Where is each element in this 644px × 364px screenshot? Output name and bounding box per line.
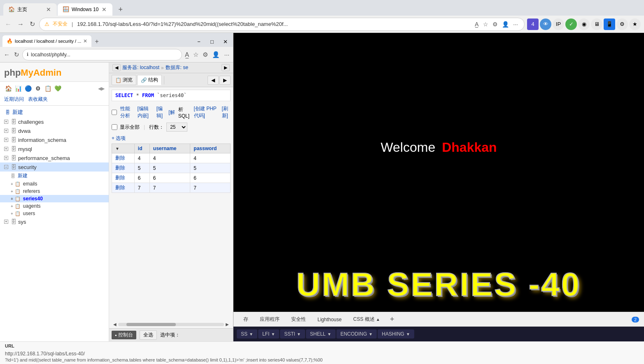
bc-prev-button[interactable]: ◀ (112, 64, 121, 71)
delete-link-3[interactable]: 删除 (112, 183, 135, 193)
recent-label[interactable]: 近期访问 (4, 96, 24, 103)
scroll-thumb[interactable] (126, 323, 176, 326)
inner-settings-button[interactable]: ⚙ (201, 50, 209, 60)
ext-ip-icon[interactable]: IP (553, 19, 564, 30)
mysql-expand-icon[interactable]: + (4, 147, 8, 151)
info-schema-expand-icon[interactable]: + (4, 138, 8, 142)
user-button[interactable]: 👤 (501, 20, 510, 29)
plus-options-link[interactable]: + 选项 (112, 135, 126, 141)
hack-hashing-button[interactable]: HASHING ▼ (378, 329, 414, 338)
create-php-link[interactable]: [创建 PHP 代码] (194, 105, 219, 119)
table-new[interactable]: 🗄 新建 (0, 172, 109, 180)
show-all-checkbox[interactable] (112, 124, 117, 130)
bc-server-link[interactable]: 服务器: localhost (122, 64, 159, 71)
settings-button[interactable]: ⚙ (491, 20, 499, 29)
ext-monitor-icon[interactable]: 🖥 (591, 19, 602, 30)
scroll-right-arrow[interactable]: ▶ (224, 322, 231, 327)
db-new-item[interactable]: 🗄 新建 (0, 107, 109, 117)
db-dvwa[interactable]: + 🗄 dvwa (0, 126, 109, 135)
address-bar[interactable]: ⚠ 不安全 | 192.168.1.70/sql-labs/Less-40/?i… (39, 18, 525, 31)
pma-info-icon[interactable]: 🔵 (24, 84, 32, 93)
forward-button[interactable]: → (16, 19, 26, 30)
inner-user-button[interactable]: 👤 (211, 50, 221, 60)
inner-refresh-button[interactable]: ↻ (13, 50, 21, 60)
db-security[interactable]: − 🗄 security (0, 162, 109, 172)
edit-inline-link[interactable]: [编辑内嵌] (138, 105, 153, 119)
devtools-add-tab[interactable]: + (387, 315, 398, 324)
refresh-button[interactable]: ↻ (28, 19, 37, 30)
hack-ss-button[interactable]: SS ▼ (237, 329, 257, 338)
delete-link-2[interactable]: 删除 (112, 173, 135, 183)
devtools-tab-css[interactable]: CSS 概述 ▲ (348, 313, 385, 325)
bc-database-link[interactable]: 数据库: se (166, 64, 188, 71)
scroll-left-arrow[interactable]: ◀ (112, 322, 118, 327)
db-sys[interactable]: + 🗄 sys (0, 217, 109, 226)
table-referers[interactable]: + 📋 referers (0, 188, 109, 195)
ext-star-icon[interactable]: ★ (629, 19, 641, 30)
inner-tab-close[interactable]: ✕ (83, 38, 87, 44)
delete-link-0[interactable]: 删除 (112, 153, 135, 163)
th-arrow[interactable]: ▼ (112, 144, 135, 153)
scroll-right-button[interactable]: ▶ (219, 76, 231, 85)
table-users[interactable]: + 📋 users (0, 210, 109, 217)
pma-db-icon[interactable]: 📊 (14, 84, 22, 93)
security-expand-icon[interactable]: − (4, 165, 8, 169)
th-username[interactable]: username (149, 144, 190, 153)
close-button[interactable]: ✕ (220, 36, 231, 47)
dvwa-expand-icon[interactable]: + (4, 129, 8, 133)
perf-checkbox[interactable] (112, 109, 117, 115)
devtools-tab-lighthouse[interactable]: Lighthouse (313, 314, 347, 325)
maximize-button[interactable]: □ (207, 36, 217, 47)
browse-tab-button[interactable]: 📋 浏览 (112, 75, 136, 85)
hack-ssti-button[interactable]: SSTI ▼ (280, 329, 305, 338)
ext-eye-icon[interactable]: 👁 (540, 19, 551, 30)
row-count-select[interactable]: 25 50 100 (166, 123, 187, 132)
read-mode-button[interactable]: A̲ (474, 20, 480, 29)
db-performance-schema[interactable]: + 🗄 performance_schema (0, 153, 109, 162)
pma-sidebar-toggle[interactable]: ◀▶ (98, 86, 105, 91)
pma-check-icon[interactable]: 💚 (54, 84, 62, 93)
inner-favorites-button[interactable]: ☆ (192, 50, 200, 60)
minimize-button[interactable]: − (194, 36, 204, 47)
th-password[interactable]: password (190, 144, 231, 153)
db-information-schema[interactable]: + 🗄 information_schema (0, 135, 109, 144)
db-mysql[interactable]: + 🗄 mysql (0, 144, 109, 153)
console-button[interactable]: ▪ 控制台 (112, 331, 136, 339)
ext-settings-icon[interactable]: ⚙ (616, 19, 628, 30)
devtools-tab-save[interactable]: 存 (238, 313, 253, 325)
delete-link-1[interactable]: 删除 (112, 163, 135, 173)
back-button[interactable]: ← (3, 19, 13, 30)
inner-back-button[interactable]: ← (2, 50, 11, 59)
inner-more-button[interactable]: ··· (223, 50, 231, 59)
select-all-button[interactable]: 全选 (140, 330, 157, 340)
perf-schema-expand-icon[interactable]: + (4, 156, 8, 160)
th-id[interactable]: id (134, 144, 149, 153)
windows-tab-close[interactable]: ✕ (101, 6, 107, 13)
scroll-left-button[interactable]: ◀ (208, 76, 219, 85)
hack-encoding-button[interactable]: ENCODING ▼ (336, 329, 377, 338)
pma-doc-icon[interactable]: 📋 (44, 84, 52, 93)
devtools-tab-security[interactable]: 安全性 (286, 313, 311, 325)
perf-analysis-link[interactable]: 性能分析 (120, 105, 134, 119)
tab-windows10[interactable]: 🪟 Windows 10 ✕ (58, 3, 112, 16)
pma-settings-icon[interactable]: ⚙ (34, 84, 42, 93)
table-emails[interactable]: + 📋 emails (0, 180, 109, 188)
devtools-tab-apps[interactable]: 应用程序 (255, 313, 285, 325)
ext-circle-icon[interactable]: ◉ (578, 19, 590, 30)
pma-home-icon[interactable]: 🏠 (4, 84, 12, 93)
more-button[interactable]: ··· (512, 20, 519, 29)
home-tab-close[interactable]: ✕ (45, 6, 52, 13)
edit-link[interactable]: [编辑] (156, 105, 165, 119)
structure-tab-button[interactable]: 🔗 结构 (137, 75, 162, 85)
hack-lfi-button[interactable]: LFI ▼ (258, 329, 279, 338)
inner-address-bar[interactable]: ℹ localhost/phpMy... (22, 49, 182, 60)
hack-shell-button[interactable]: SHELL ▼ (306, 329, 336, 338)
inner-read-mode-button[interactable]: A̲ (184, 50, 190, 60)
bookmarks-label[interactable]: 表收藏夹 (28, 96, 48, 103)
favorites-button[interactable]: ☆ (482, 20, 490, 29)
table-uagents[interactable]: + 📋 uagents (0, 202, 109, 210)
scroll-track[interactable] (118, 323, 224, 326)
db-challenges[interactable]: + 🗄 challenges (0, 117, 109, 126)
refresh-link[interactable]: [刷新] (222, 105, 231, 119)
ext-check-icon[interactable]: ✓ (565, 19, 577, 30)
